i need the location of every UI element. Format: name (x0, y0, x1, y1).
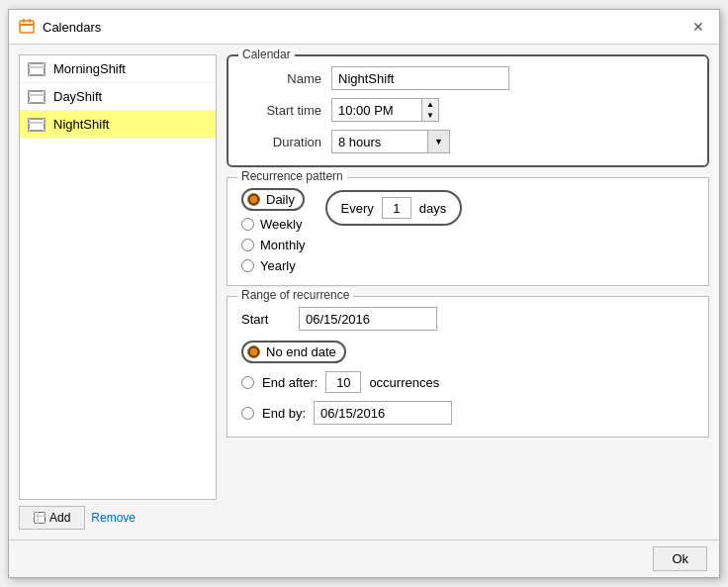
svg-rect-11 (34, 516, 46, 518)
recurrence-yearly-row[interactable]: Yearly (241, 258, 306, 273)
title-bar-left: Calendars (19, 19, 101, 35)
range-start-input[interactable] (299, 307, 437, 331)
svg-rect-9 (29, 122, 45, 124)
left-panel: MorningShift DayShift (19, 54, 217, 530)
range-group: Range of recurrence Start No end date (227, 296, 709, 438)
calendar-item-icon (28, 118, 46, 132)
range-end-after-label: End after: (262, 375, 318, 390)
svg-rect-1 (20, 24, 34, 26)
left-buttons: Add Remove (19, 506, 217, 530)
duration-row: Duration 8 hours ▼ (242, 130, 693, 153)
spin-down-button[interactable]: ▼ (422, 110, 438, 121)
recurrence-daily-label: Daily (266, 192, 295, 207)
svg-rect-6 (30, 91, 45, 102)
range-no-end-radio[interactable] (247, 345, 260, 358)
recurrence-daily-radio[interactable] (247, 193, 260, 206)
svg-rect-2 (23, 19, 25, 23)
every-days-box: Every days (325, 190, 463, 226)
name-label: Name (242, 71, 321, 86)
svg-rect-3 (29, 19, 31, 23)
occurrences-label: occurrences (369, 375, 439, 390)
recurrence-yearly-radio[interactable] (241, 259, 254, 272)
calendar-group: Calendar Name Start time ▲ (227, 54, 709, 167)
range-group-title: Range of recurrence (237, 288, 353, 302)
range-end-after-row[interactable]: End after: occurrences (241, 371, 694, 393)
ok-button[interactable]: Ok (653, 546, 707, 571)
no-end-highlight: No end date (241, 341, 346, 363)
calendar-item-morningshift[interactable]: MorningShift (20, 55, 216, 83)
calendar-item-label: DayShift (53, 89, 102, 104)
svg-rect-12 (38, 512, 40, 524)
dialog-body: MorningShift DayShift (9, 45, 719, 539)
recurrence-monthly-radio[interactable] (241, 239, 254, 251)
svg-rect-5 (29, 66, 45, 68)
every-label: Every (341, 201, 374, 216)
duration-dropdown-arrow[interactable]: ▼ (427, 131, 449, 152)
calendar-item-dayshift[interactable]: DayShift (20, 83, 216, 111)
range-end-by-row[interactable]: End by: (241, 401, 694, 425)
svg-rect-7 (29, 94, 45, 96)
recurrence-monthly-row[interactable]: Monthly (241, 238, 306, 252)
spin-buttons: ▲ ▼ (421, 99, 438, 121)
calendar-section: Name Start time ▲ ▼ (242, 66, 693, 153)
svg-rect-10 (35, 513, 46, 524)
recurrence-weekly-label: Weekly (260, 217, 302, 232)
start-time-label: Start time (242, 103, 321, 118)
recurrence-group-title: Recurrence pattern (237, 169, 347, 183)
duration-label: Duration (242, 135, 321, 149)
start-time-row: Start time ▲ ▼ (242, 98, 693, 122)
days-label: days (419, 201, 446, 216)
calendar-item-label: NightShift (53, 117, 109, 132)
calendar-item-icon (28, 62, 46, 76)
calendar-group-title: Calendar (238, 48, 295, 61)
calendar-item-label: MorningShift (53, 61, 126, 76)
recurrence-section: Daily Weekly Monthly (241, 188, 694, 273)
range-section: Start No end date (241, 307, 694, 425)
end-by-input[interactable] (314, 401, 452, 425)
remove-button[interactable]: Remove (91, 511, 136, 525)
title-bar: Calendars ✕ (9, 10, 719, 45)
name-row: Name (242, 66, 693, 90)
range-end-after-radio[interactable] (241, 376, 254, 389)
table-icon (34, 512, 46, 524)
range-end-by-radio[interactable] (241, 407, 254, 420)
range-end-by-label: End by: (262, 406, 306, 421)
calendar-item-icon (28, 90, 46, 104)
bottom-bar: Ok (9, 539, 719, 577)
duration-value: 8 hours (332, 133, 427, 151)
occurrences-input[interactable] (325, 371, 361, 393)
duration-wrapper: 8 hours ▼ (331, 130, 450, 153)
range-start-label: Start (241, 312, 291, 327)
calendar-list: MorningShift DayShift (19, 54, 217, 500)
recurrence-weekly-radio[interactable] (241, 218, 254, 231)
recurrence-group: Recurrence pattern Daily (227, 177, 709, 286)
calendar-item-nightshift[interactable]: NightShift (20, 111, 216, 139)
dialog-title: Calendars (43, 20, 101, 35)
every-input[interactable] (382, 197, 411, 219)
svg-rect-0 (20, 21, 34, 33)
close-button[interactable]: ✕ (687, 16, 709, 38)
svg-rect-4 (30, 63, 45, 74)
recurrence-yearly-label: Yearly (260, 258, 296, 273)
recurrence-monthly-label: Monthly (260, 238, 306, 252)
daily-highlight: Daily (241, 188, 305, 211)
range-no-end-row[interactable]: No end date (241, 341, 694, 363)
add-button[interactable]: Add (19, 506, 85, 530)
start-time-input[interactable] (332, 99, 421, 121)
add-label: Add (49, 511, 70, 525)
range-radio-group: No end date End after: occurrences (241, 341, 694, 425)
recurrence-weekly-row[interactable]: Weekly (241, 217, 306, 232)
start-time-wrapper: ▲ ▼ (331, 98, 439, 122)
recurrence-radio-group: Daily Weekly Monthly (241, 188, 306, 273)
recurrence-daily-row[interactable]: Daily (241, 188, 306, 211)
range-no-end-label: No end date (266, 344, 336, 359)
svg-rect-8 (30, 119, 45, 130)
name-input[interactable] (331, 66, 509, 90)
calendars-dialog: Calendars ✕ MorningShift (8, 9, 720, 578)
calendar-icon (19, 19, 35, 35)
right-panel: Calendar Name Start time ▲ (227, 54, 709, 530)
spin-up-button[interactable]: ▲ (422, 99, 438, 110)
range-start-row: Start (241, 307, 694, 331)
